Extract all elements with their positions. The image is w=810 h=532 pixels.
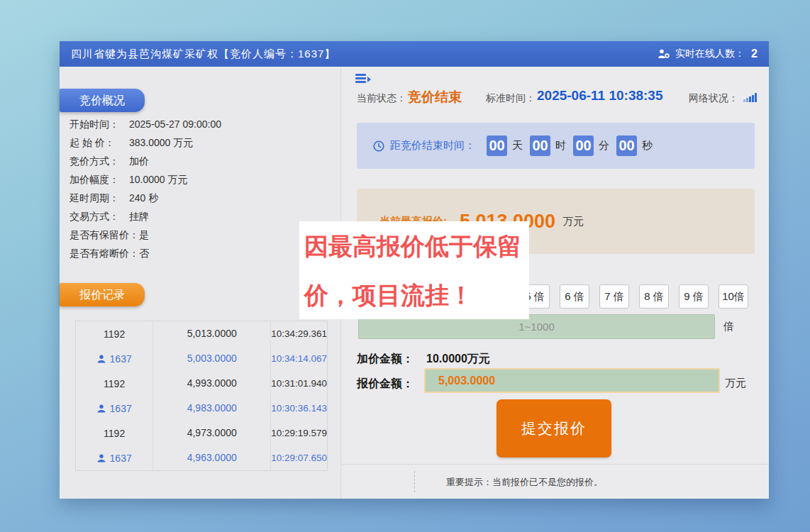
user-icon (97, 454, 106, 462)
standard-time-label: 标准时间： (486, 92, 536, 105)
countdown-label: 距竞价结束时间： (390, 139, 475, 153)
current-state-label: 当前状态： (357, 92, 406, 105)
overview-row-bid-mode: 竞价方式：加价 (70, 152, 221, 170)
bidder-number: 1192 (104, 428, 125, 439)
highest-bid-unit: 万元 (562, 215, 584, 228)
multiplier-button-10[interactable]: 10倍 (719, 284, 748, 309)
increment-amount-label: 加价金额： (357, 352, 414, 367)
bid-time: 10:29:07.650 (271, 445, 327, 470)
failed-auction-notice: 因最高报价低于保留价，项目流挂！ (299, 221, 529, 319)
bid-time: 10:34:29.361 (271, 321, 327, 346)
multiplier-button-8[interactable]: 8 倍 (639, 284, 669, 309)
bid-record-row: 1637 4,963.0000 10:29:07.650 (76, 445, 327, 470)
bid-record-row: 1192 4,993.0000 10:31:01.940 (76, 371, 327, 396)
multiplier-unit-label: 倍 (723, 320, 734, 333)
bidder-number: 1192 (104, 328, 125, 340)
bidder-number: 1637 (110, 353, 132, 365)
countdown-unit-day: 天 (512, 139, 523, 153)
standard-time-value: 2025-06-11 10:38:35 (537, 88, 662, 104)
overview-row-delay-cycle: 延时周期：240 秒 (70, 189, 221, 207)
online-users: 实时在线人数： 2 (658, 48, 758, 60)
submit-bid-button[interactable]: 提交报价 (496, 399, 611, 458)
clock-icon (373, 140, 384, 152)
bid-price: 4,973.0000 (153, 421, 271, 445)
online-users-label: 实时在线人数： (675, 48, 745, 60)
bidder-number: 1637 (110, 403, 132, 414)
user-icon (97, 404, 106, 413)
countdown-days: 00 (487, 135, 507, 156)
bidder-number: 1192 (104, 378, 125, 389)
bid-record-row: 1192 5,013.0000 10:34:29.361 (76, 321, 327, 346)
bid-record-row: 1637 4,983.0000 10:30:36.143 (76, 396, 327, 421)
multiplier-button-9[interactable]: 9 倍 (679, 284, 709, 309)
bid-time: 10:29:19.579 (271, 421, 327, 445)
current-state-value: 竞价结束 (408, 88, 462, 106)
multiplier-button-7[interactable]: 7 倍 (599, 284, 629, 309)
overview-list: 开始时间：2025-05-27 09:00:00 起 始 价：383.0000 … (70, 115, 221, 262)
bid-price: 5,003.0000 (153, 346, 271, 371)
network-status-label: 网络状况： (689, 92, 738, 105)
bid-records-table: 1192 5,013.0000 10:34:29.361 1637 5,003.… (75, 321, 328, 471)
menu-icon[interactable] (355, 74, 372, 84)
titlebar: 四川省犍为县芭沟煤矿采矿权【竞价人编号：1637】 实时在线人数： 2 (60, 41, 769, 67)
tab-bid-records: 报价记录 (60, 283, 145, 306)
user-icon (97, 355, 106, 363)
countdown-minutes: 00 (573, 135, 594, 156)
bid-amount-input[interactable] (424, 368, 720, 393)
countdown-unit-second: 秒 (642, 139, 653, 153)
overview-row-trade-mode: 交易方式：挂牌 (70, 207, 221, 226)
bid-price: 4,993.0000 (153, 371, 271, 396)
countdown-seconds: 00 (616, 135, 637, 156)
tab-auction-overview: 竞价概况 (60, 89, 145, 112)
overview-row-increment: 加价幅度：10.0000 万元 (70, 170, 221, 189)
overview-row-reserve-price: 是否有保留价：是 (70, 226, 221, 244)
increment-amount-value: 10.0000万元 (426, 352, 490, 367)
bid-price: 5,013.0000 (153, 321, 271, 346)
signal-bars-icon (743, 93, 759, 102)
online-users-count: 2 (751, 48, 758, 60)
overview-row-start-time: 开始时间：2025-05-27 09:00:00 (70, 115, 221, 133)
countdown-hours: 00 (530, 135, 550, 156)
overview-row-circuit-breaker: 是否有熔断价：否 (70, 244, 221, 262)
footer: 重要提示：当前报价已不是您的报价。 (342, 464, 769, 499)
bid-time: 10:30:36.143 (271, 396, 327, 421)
bid-price: 4,963.0000 (153, 445, 271, 470)
bid-amount-label: 报价金额： (357, 377, 414, 392)
page-title: 四川省犍为县芭沟煤矿采矿权【竞价人编号：1637】 (71, 48, 335, 61)
bid-time: 10:34:14.067 (271, 346, 327, 371)
bidder-number: 1637 (110, 453, 132, 464)
bid-record-row: 1192 4,973.0000 10:29:19.579 (76, 421, 327, 445)
bid-amount-unit: 万元 (725, 377, 746, 390)
status-bar: 当前状态： 竞价结束 标准时间： 2025-06-11 10:38:35 网络状… (342, 87, 769, 105)
multiplier-button-6[interactable]: 6 倍 (560, 284, 589, 309)
footer-divider (414, 471, 415, 492)
online-users-icon (658, 49, 670, 59)
bid-price: 4,983.0000 (153, 396, 271, 421)
bid-record-row: 1637 5,003.0000 10:34:14.067 (76, 346, 327, 371)
countdown-box: 距竞价结束时间： 00 天 00 时 00 分 00 秒 (357, 123, 755, 169)
countdown-unit-hour: 时 (555, 139, 566, 153)
footer-note: 重要提示：当前报价已不是您的报价。 (446, 476, 603, 489)
overview-row-start-price: 起 始 价：383.0000 万元 (70, 133, 221, 152)
countdown-unit-minute: 分 (599, 139, 609, 153)
auction-window: 四川省犍为县芭沟煤矿采矿权【竞价人编号：1637】 实时在线人数： 2 竞价概况… (60, 41, 769, 499)
bid-time: 10:31:01.940 (271, 371, 327, 396)
